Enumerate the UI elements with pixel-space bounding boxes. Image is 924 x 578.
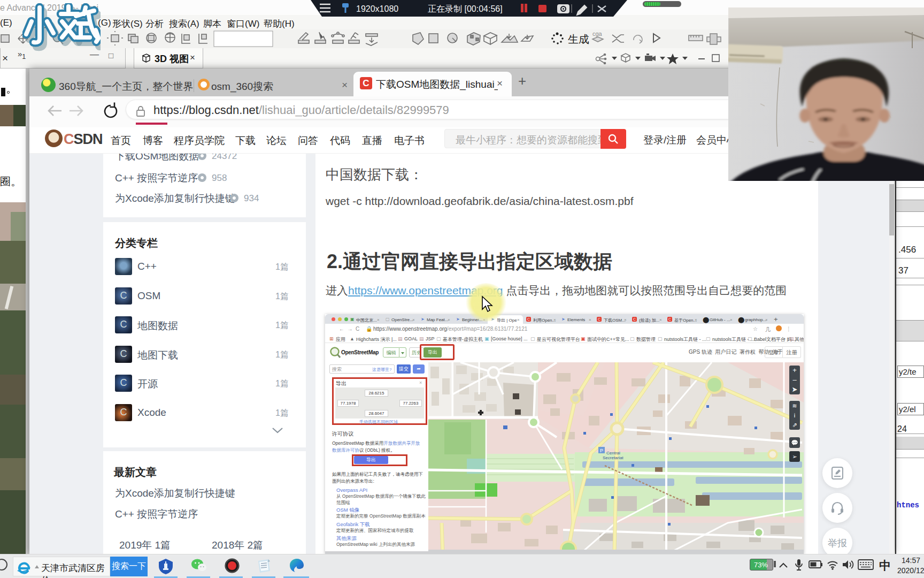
svg-text:Secretariat: Secretariat	[603, 455, 623, 460]
svg-text:生成: 生成	[568, 33, 589, 45]
svg-text:正在录制 [00:04:56]: 正在录制 [00:04:56]	[428, 4, 503, 13]
svg-text:Central: Central	[606, 451, 620, 455]
svg-text:1920x1080: 1920x1080	[356, 4, 398, 13]
svg-text:cga: cga	[592, 31, 603, 37]
svg-text:P: P	[600, 448, 603, 453]
